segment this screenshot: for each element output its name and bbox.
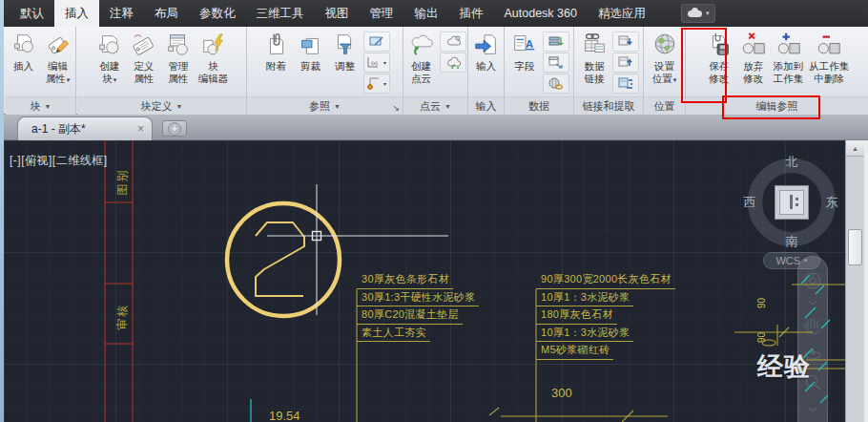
button-label: 创建 [411, 60, 431, 73]
dimension-text: 90 [756, 332, 767, 343]
panel-label-location: 位置 [644, 96, 685, 115]
panel-dropdown-icon: ▼ [444, 103, 451, 110]
button-label: 块 [208, 60, 218, 73]
block-editor-button[interactable]: 块 编辑器 [196, 29, 231, 97]
define-attributes-button[interactable]: 定义 属性 [128, 29, 160, 97]
note-line: 180厚灰色石材 [536, 306, 617, 325]
button-label: 数据 [585, 60, 605, 73]
underlay-layers-button[interactable] [363, 32, 390, 52]
update-fields-button[interactable] [543, 32, 569, 52]
close-icon[interactable]: × [137, 122, 144, 136]
viewcube-north[interactable]: 北 [784, 154, 799, 171]
download-from-source-button[interactable] [612, 32, 639, 52]
tab-featured-apps[interactable]: 精选应用 [588, 0, 656, 27]
button-label: 中删除 [815, 73, 845, 85]
clip-button[interactable]: 剪裁 [295, 29, 327, 97]
scrollbar-thumb[interactable] [848, 229, 862, 265]
chevron-down-icon [809, 301, 816, 305]
panel-label-block[interactable]: 块 ▼ [6, 96, 75, 115]
panel-label-reference[interactable]: 参照 ▼ ↘ [247, 96, 403, 115]
cloud-menu-button[interactable]: ▾ [681, 4, 716, 23]
tab-annotate[interactable]: 注释 [99, 0, 144, 27]
button-label: 位置 [652, 73, 672, 84]
remove-from-working-set-button[interactable]: 从工作集 中删除 [807, 29, 851, 97]
button-label: 链接 [585, 73, 605, 85]
bubble-number [256, 222, 304, 296]
panel-block: 插入 编辑 属性▾ 块 ▼ [6, 27, 76, 115]
hyperlink-button[interactable] [543, 74, 569, 94]
data-link-button[interactable]: 数据 链接 [578, 29, 610, 97]
note-line: 30厚1:3干硬性水泥砂浆 [357, 289, 479, 307]
button-label: 修改 [709, 73, 729, 85]
frames-button[interactable]: (x)▾ [363, 53, 390, 73]
button-label: 插入 [13, 60, 33, 73]
drawing-tab[interactable]: a-1 - 副本* × [17, 116, 153, 140]
button-label: 附着 [266, 60, 286, 73]
tab-output[interactable]: 输出 [404, 0, 449, 27]
tab-insert[interactable]: 插入 [54, 0, 99, 27]
viewcube-south[interactable]: 南 [784, 233, 799, 250]
panel-label-block-definition[interactable]: 块定义 ▼ [77, 96, 246, 115]
create-point-cloud-button[interactable]: 创建 点云 [405, 29, 438, 97]
tab-layout[interactable]: 布局 [144, 0, 189, 27]
detail-bubble-circle [227, 203, 340, 316]
button-label: 设置 [654, 60, 674, 73]
tab-view[interactable]: 视图 [315, 0, 360, 27]
extract-data-button[interactable] [612, 74, 639, 94]
button-label: 字段 [515, 60, 535, 73]
attach-point-cloud-button[interactable] [440, 32, 466, 52]
create-point-cloud-icon [407, 30, 436, 60]
note-line: 30厚灰色条形石材 [357, 271, 453, 289]
button-label: 输入 [476, 60, 496, 73]
viewcube-east[interactable]: 东 [824, 194, 839, 211]
navigation-bar[interactable] [797, 256, 828, 422]
ribbon-tab-bar: 默认 插入 注释 布局 参数化 三维工具 视图 管理 输出 插件 Autodes… [4, 0, 868, 27]
set-location-button[interactable]: 设置 位置▾ [649, 29, 681, 97]
panel-dropdown-icon: ▼ [45, 103, 52, 110]
panel-linking-extraction: 数据 链接 链接和提取 [574, 27, 644, 115]
ole-object-button[interactable] [543, 53, 569, 73]
viewport-controls[interactable]: [-][俯视][二维线框] [10, 153, 108, 169]
snap-to-underlays-button[interactable]: ▾ [363, 74, 390, 94]
note-line: 10厚1：3水泥砂浆 [536, 289, 633, 307]
upload-to-source-button[interactable] [612, 53, 639, 73]
button-label: 属性 [168, 73, 188, 85]
new-drawing-tab-button[interactable]: + [162, 120, 187, 137]
save-changes-button[interactable]: 保存 修改 [703, 29, 735, 97]
edit-attribute-button[interactable]: 编辑 属性▾ [42, 29, 74, 97]
vertical-scrollbar[interactable]: ▲ [845, 140, 864, 422]
import-icon [472, 30, 501, 60]
edit-attribute-icon [44, 30, 72, 60]
discard-changes-button[interactable]: 放弃 修改 [737, 29, 770, 97]
tab-parametric[interactable]: 参数化 [189, 0, 246, 27]
panel-data: A 字段 数据 [505, 27, 574, 115]
add-to-working-set-button[interactable]: 添加到 工作集 [772, 29, 806, 97]
drawing-tab-bar: a-1 - 副本* × + [4, 115, 868, 140]
attach-icon [262, 30, 291, 60]
create-block-button[interactable]: 创建 块▾ [93, 29, 126, 97]
tab-3d-tools[interactable]: 三维工具 [246, 0, 315, 27]
adjust-button[interactable]: 调整 [329, 29, 362, 97]
button-label: 编辑 [48, 60, 68, 73]
dimension-text: 19.54 [269, 409, 300, 422]
insert-block-button[interactable]: 插入 [8, 29, 40, 97]
panel-label-linking-extraction: 链接和提取 [574, 96, 643, 115]
tab-autodesk360[interactable]: Autodesk 360 [494, 0, 588, 27]
set-location-globe-icon [651, 30, 679, 60]
attach-button[interactable]: 附着 [260, 29, 293, 97]
tab-default[interactable]: 默认 [10, 0, 54, 27]
manage-attributes-button[interactable]: 管理 属性 [162, 29, 195, 97]
tab-plugins[interactable]: 插件 [449, 0, 494, 27]
point-cloud-manager-button[interactable] [440, 53, 466, 73]
tab-manage[interactable]: 管理 [360, 0, 404, 27]
import-button[interactable]: 输入 [470, 29, 503, 97]
clip-icon [297, 30, 325, 60]
chevron-down-icon: ▾ [706, 10, 710, 17]
field-button[interactable]: A 字段 [508, 29, 541, 97]
panel-label-point-cloud[interactable]: 点云 ▼ [403, 96, 467, 115]
panel-dialog-launcher-icon[interactable]: ↘ [392, 103, 400, 113]
viewcube-top-face[interactable] [775, 185, 809, 220]
viewcube-west[interactable]: 西 [742, 194, 757, 211]
scroll-up-button[interactable]: ▲ [846, 140, 864, 157]
drawing-canvas[interactable]: [-][俯视][二维线框] 图别 审核 30厚灰色条形石材 30厚1:3干硬性水… [4, 140, 845, 422]
